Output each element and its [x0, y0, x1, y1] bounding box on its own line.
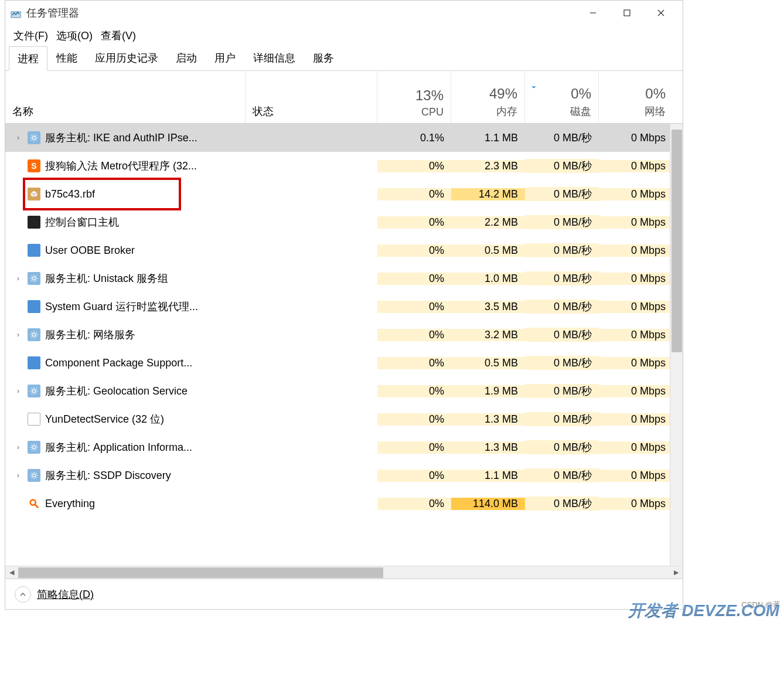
hscroll-right[interactable]: ▶ [670, 569, 683, 576]
process-name: 服务主机: 网络服务 [45, 328, 135, 342]
process-row[interactable]: ›服务主机: 网络服务0%3.2 MB0 MB/秒0 Mbps [5, 321, 683, 349]
close-button[interactable] [644, 1, 678, 25]
gear-icon [28, 131, 40, 144]
process-row[interactable]: S搜狗输入法 Metro代理程序 (32...0%2.3 MB0 MB/秒0 M… [5, 152, 683, 180]
process-name: 搜狗输入法 Metro代理程序 (32... [45, 159, 197, 173]
expand-chevron-icon[interactable]: › [13, 331, 23, 339]
process-row[interactable]: ›服务主机: SSDP Discovery0%1.1 MB0 MB/秒0 Mbp… [5, 461, 683, 489]
titlebar[interactable]: 任务管理器 [5, 1, 683, 25]
cell-name: ›服务主机: SSDP Discovery [5, 468, 246, 482]
col-disk-header[interactable]: ⌄ 0% 磁盘 [525, 71, 599, 123]
maximize-button[interactable] [610, 1, 644, 25]
svg-point-9 [32, 446, 35, 448]
menu-options[interactable]: 选项(O) [54, 26, 95, 45]
cell-mem: 2.2 MB [451, 216, 525, 229]
svg-point-8 [32, 389, 35, 392]
expand-chevron-icon[interactable]: › [13, 471, 23, 480]
horizontal-scrollbar[interactable]: ◀ ▶ [5, 566, 683, 579]
process-name: YunDetectService (32 位) [45, 412, 164, 426]
doc-icon [28, 413, 40, 426]
process-name: Everything [45, 498, 95, 510]
hscroll-thumb[interactable] [18, 567, 383, 578]
cell-net: 0 Mbps [599, 357, 673, 369]
cell-disk: 0 MB/秒 [525, 215, 599, 229]
tab-1[interactable]: 性能 [47, 46, 86, 70]
cell-cpu: 0% [377, 216, 451, 229]
process-name: b75c43.rbf [45, 188, 95, 200]
cell-name: ›服务主机: Geolocation Service [5, 384, 246, 398]
hscroll-left[interactable]: ◀ [5, 569, 18, 576]
cell-name: S搜狗输入法 Metro代理程序 (32... [5, 159, 246, 173]
process-row[interactable]: YunDetectService (32 位)0%1.3 MB0 MB/秒0 M… [5, 405, 683, 433]
brief-info-link[interactable]: 简略信息(D) [37, 587, 94, 601]
col-cpu-header[interactable]: 13% CPU [377, 71, 451, 123]
cell-net: 0 Mbps [599, 160, 673, 172]
cell-net: 0 Mbps [599, 132, 673, 144]
cell-name: ›服务主机: Application Informa... [5, 440, 246, 454]
col-net-header[interactable]: 0% 网络 [599, 71, 673, 123]
expand-chevron-icon[interactable]: › [13, 134, 23, 142]
cell-net: 0 Mbps [599, 273, 673, 285]
sort-chevron-icon: ⌄ [531, 81, 537, 90]
blue-icon [28, 356, 40, 369]
tab-4[interactable]: 用户 [206, 46, 244, 70]
cell-mem: 3.2 MB [451, 329, 525, 341]
tab-5[interactable]: 详细信息 [244, 46, 304, 70]
cell-cpu: 0% [377, 301, 451, 313]
cell-disk: 0 MB/秒 [525, 271, 599, 285]
tab-0[interactable]: 进程 [9, 46, 47, 71]
cell-mem: 2.3 MB [451, 160, 525, 172]
menu-view[interactable]: 查看(V) [98, 26, 138, 45]
cell-net: 0 Mbps [599, 470, 673, 482]
tab-2[interactable]: 应用历史记录 [86, 46, 167, 70]
vertical-scrollbar[interactable] [670, 124, 683, 566]
expand-chevron-icon[interactable]: › [13, 387, 23, 395]
cell-net: 0 Mbps [599, 216, 673, 229]
process-row[interactable]: ›服务主机: Application Informa...0%1.3 MB0 M… [5, 433, 683, 461]
collapse-button[interactable] [15, 586, 31, 603]
tab-bar: 进程性能应用历史记录启动用户详细信息服务 [5, 46, 683, 71]
process-row[interactable]: ›服务主机: Geolocation Service0%1.9 MB0 MB/秒… [5, 377, 683, 405]
col-name-header[interactable]: 名称 [5, 71, 246, 123]
minimize-button[interactable] [576, 1, 610, 25]
process-name: 服务主机: Unistack 服务组 [45, 271, 168, 285]
hscroll-track[interactable] [18, 566, 670, 579]
tab-6[interactable]: 服务 [304, 46, 343, 70]
process-grid: 名称 状态 13% CPU 49% 内存 ⌄ 0% 磁盘 0% 网络 ›服务主机… [5, 71, 683, 579]
col-status-header[interactable]: 状态 [246, 71, 377, 123]
cell-cpu: 0% [377, 273, 451, 285]
cell-mem: 114.0 MB [451, 498, 525, 510]
process-row[interactable]: ›服务主机: IKE and AuthIP IPse...0.1%1.1 MB0… [5, 124, 683, 152]
menu-file[interactable]: 文件(F) [11, 26, 50, 45]
process-name: 服务主机: SSDP Discovery [45, 468, 171, 482]
cell-cpu: 0% [377, 244, 451, 257]
cell-name: ›服务主机: IKE and AuthIP IPse... [5, 131, 246, 145]
expand-chevron-icon[interactable]: › [13, 274, 23, 283]
cell-name: System Guard 运行时监视代理... [5, 300, 246, 314]
sogou-icon: S [28, 159, 40, 172]
process-row[interactable]: 控制台窗口主机0%2.2 MB0 MB/秒0 Mbps [5, 208, 683, 236]
gear-icon [28, 328, 40, 341]
process-row[interactable]: System Guard 运行时监视代理...0%3.5 MB0 MB/秒0 M… [5, 293, 683, 321]
scrollbar-thumb[interactable] [671, 130, 682, 352]
cell-mem: 1.1 MB [451, 470, 525, 482]
cell-cpu: 0% [377, 329, 451, 341]
blue-icon [28, 300, 40, 313]
svg-point-7 [32, 333, 35, 336]
tab-3[interactable]: 启动 [167, 46, 206, 70]
col-mem-header[interactable]: 49% 内存 [451, 71, 525, 123]
cell-name: ›服务主机: Unistack 服务组 [5, 271, 246, 285]
gear-icon [28, 385, 40, 397]
cell-disk: 0 MB/秒 [525, 440, 599, 454]
process-row[interactable]: b75c43.rbf0%14.2 MB0 MB/秒0 Mbps [5, 180, 683, 208]
column-headers: 名称 状态 13% CPU 49% 内存 ⌄ 0% 磁盘 0% 网络 [5, 71, 683, 124]
process-row[interactable]: User OOBE Broker0%0.5 MB0 MB/秒0 Mbps [5, 236, 683, 264]
expand-chevron-icon[interactable]: › [13, 443, 23, 451]
process-row[interactable]: Everything0%114.0 MB0 MB/秒0 Mbps [5, 489, 683, 518]
net-percent: 0% [645, 86, 666, 102]
cell-name: ›服务主机: 网络服务 [5, 328, 246, 342]
cell-disk: 0 MB/秒 [525, 187, 599, 201]
process-row[interactable]: ›服务主机: Unistack 服务组0%1.0 MB0 MB/秒0 Mbps [5, 264, 683, 293]
process-row[interactable]: Component Package Support...0%0.5 MB0 MB… [5, 349, 683, 377]
cell-net: 0 Mbps [599, 188, 673, 200]
